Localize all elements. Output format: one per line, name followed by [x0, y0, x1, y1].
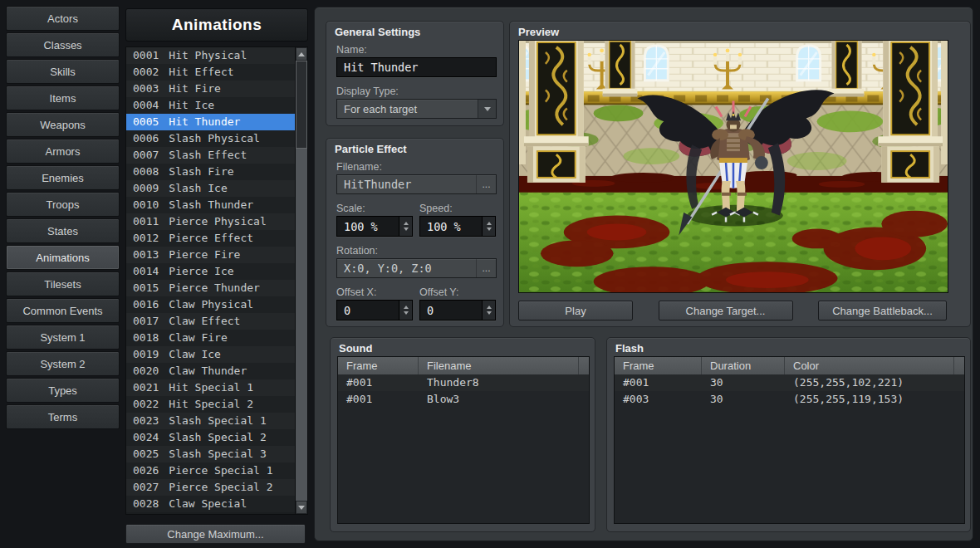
- animation-list-item[interactable]: 0008Slash Fire: [126, 164, 295, 180]
- sidebar-item-tilesets[interactable]: Tilesets: [6, 272, 120, 296]
- animation-id: 0015: [133, 281, 159, 294]
- filename-field[interactable]: HitThunder ...: [336, 174, 497, 194]
- animation-editor-panel: General Settings Name: Hit Thunder Displ…: [314, 7, 973, 541]
- animation-name: Claw Fire: [169, 331, 227, 344]
- animation-list-item[interactable]: 0012Pierce Effect: [126, 230, 295, 247]
- animation-id: 0025: [133, 448, 159, 460]
- animation-list-item[interactable]: 0028Claw Special: [126, 496, 295, 512]
- animation-list-item[interactable]: 0010Slash Thunder: [126, 197, 295, 213]
- animation-name: Hit Ice: [169, 99, 214, 111]
- scale-value: 100 %: [344, 220, 378, 233]
- animation-list-item[interactable]: 0007Slash Effect: [126, 147, 295, 164]
- animation-list-item[interactable]: 0009Slash Ice: [126, 180, 295, 197]
- table-row[interactable]: #001Thunder8: [338, 374, 589, 391]
- sidebar-item-enemies[interactable]: Enemies: [6, 165, 120, 190]
- animation-list-item[interactable]: 0018Claw Fire: [126, 330, 295, 346]
- sidebar-item-common-events[interactable]: Common Events: [6, 298, 120, 323]
- change-target-button[interactable]: Change Target...: [659, 301, 793, 320]
- animation-id: 0020: [133, 365, 159, 377]
- name-input[interactable]: Hit Thunder: [336, 57, 497, 77]
- sidebar-item-skills[interactable]: Skills: [6, 59, 120, 84]
- animation-name: Pierce Effect: [169, 232, 253, 244]
- animation-list-item[interactable]: 0021Hit Special 1: [126, 379, 295, 396]
- scrollbar-track[interactable]: [296, 61, 307, 501]
- sidebar-item-armors[interactable]: Armors: [6, 139, 120, 164]
- display-type-select[interactable]: For each target: [336, 99, 497, 119]
- animation-list-item[interactable]: 0022Hit Special 2: [126, 396, 295, 413]
- animation-list-item[interactable]: 0019Claw Ice: [126, 346, 295, 363]
- scroll-up-button[interactable]: [296, 47, 307, 61]
- sound-table-body: #001Thunder8#001Blow3: [338, 374, 589, 408]
- column-header-frame[interactable]: Frame: [615, 357, 702, 374]
- sidebar-item-terms[interactable]: Terms: [6, 404, 120, 429]
- triangle-up-icon: [298, 52, 305, 56]
- scrollbar-thumb[interactable]: [296, 61, 307, 149]
- speed-spinner[interactable]: 100 %: [419, 216, 496, 237]
- offset-x-spinner[interactable]: 0: [336, 300, 413, 320]
- animation-list-item[interactable]: 0023Slash Special 1: [126, 413, 295, 429]
- rotation-browse-button[interactable]: ...: [476, 259, 496, 277]
- column-header-duration[interactable]: Duration: [702, 357, 785, 374]
- filename-browse-button[interactable]: ...: [476, 175, 496, 193]
- animation-list-item[interactable]: 0002Hit Effect: [126, 64, 295, 81]
- animation-list-item[interactable]: 0020Claw Thunder: [126, 363, 295, 379]
- column-header-color[interactable]: Color: [785, 357, 954, 374]
- scroll-down-button[interactable]: [296, 501, 307, 514]
- sidebar-item-classes[interactable]: Classes: [6, 32, 120, 57]
- animation-id: 0021: [133, 381, 159, 394]
- sidebar-item-types[interactable]: Types: [6, 378, 120, 403]
- animation-list-item[interactable]: 0016Claw Physical: [126, 296, 295, 313]
- animation-list-item[interactable]: 0005Hit Thunder: [126, 114, 295, 130]
- animation-list-item[interactable]: 0015Pierce Thunder: [126, 280, 295, 296]
- spinner-arrows[interactable]: [482, 301, 495, 320]
- dropdown-arrow-button[interactable]: [478, 100, 496, 118]
- animation-list-item[interactable]: 0024Slash Special 2: [126, 429, 295, 446]
- sidebar-item-system-2[interactable]: System 2: [6, 351, 120, 376]
- spinner-arrows[interactable]: [399, 217, 412, 236]
- sidebar-item-animations[interactable]: Animations: [6, 245, 120, 270]
- animation-list-item[interactable]: 0026Pierce Special 1: [126, 462, 295, 479]
- animation-list-item[interactable]: 0013Pierce Fire: [126, 247, 295, 263]
- column-header-filename[interactable]: Filename: [419, 357, 579, 374]
- animation-list-item[interactable]: 0003Hit Fire: [126, 81, 295, 97]
- sidebar-item-actors[interactable]: Actors: [6, 6, 120, 31]
- animation-id: 0026: [133, 464, 159, 477]
- sidebar-item-system-1[interactable]: System 1: [6, 325, 120, 350]
- change-battleback-button[interactable]: Change Battleback...: [818, 301, 947, 320]
- animation-list-item[interactable]: 0001Hit Physical: [126, 47, 295, 64]
- rotation-field[interactable]: X:0, Y:0, Z:0 ...: [336, 258, 497, 278]
- animation-list-item[interactable]: 0014Pierce Ice: [126, 263, 295, 280]
- column-header-frame[interactable]: Frame: [338, 357, 419, 374]
- animation-name: Slash Physical: [169, 132, 260, 144]
- animation-id: 0024: [133, 431, 159, 443]
- animation-list-item[interactable]: 0017Claw Effect: [126, 313, 295, 330]
- flash-table-body: #00130(255,255,102,221)#00330(255,255,11…: [615, 374, 964, 408]
- animation-list-item[interactable]: 0006Slash Physical: [126, 130, 295, 147]
- animation-id: 0012: [133, 232, 159, 244]
- animation-id: 0018: [133, 331, 159, 344]
- animation-id: 0019: [133, 348, 159, 360]
- table-row[interactable]: #00330(255,255,119,153): [615, 391, 964, 408]
- animation-list-item[interactable]: 0025Slash Special 3: [126, 446, 295, 462]
- change-maximum-button[interactable]: Change Maximum...: [125, 524, 306, 544]
- play-button[interactable]: Play: [518, 301, 633, 320]
- table-row[interactable]: #00130(255,255,102,221): [615, 374, 964, 391]
- animation-list-item[interactable]: 0027Pierce Special 2: [126, 479, 295, 496]
- sidebar-item-weapons[interactable]: Weapons: [6, 112, 120, 137]
- list-scrollbar[interactable]: [295, 47, 307, 514]
- offset-y-spinner[interactable]: 0: [419, 300, 496, 320]
- table-cell: #001: [338, 374, 419, 391]
- sidebar-item-items[interactable]: Items: [6, 86, 120, 110]
- animation-list-item[interactable]: 0004Hit Ice: [126, 97, 295, 114]
- sidebar-item-troops[interactable]: Troops: [6, 192, 120, 217]
- table-row[interactable]: #001Blow3: [338, 391, 589, 408]
- spinner-arrows[interactable]: [482, 217, 495, 236]
- rotation-label: Rotation:: [336, 245, 378, 257]
- animation-name: Slash Ice: [169, 182, 227, 194]
- table-cell: #003: [615, 391, 702, 408]
- scale-spinner[interactable]: 100 %: [336, 216, 413, 237]
- sidebar-item-states[interactable]: States: [6, 218, 120, 243]
- animation-list-item[interactable]: 0011Pierce Physical: [126, 213, 295, 230]
- spinner-arrows[interactable]: [399, 301, 412, 320]
- animations-list-title: Animations: [125, 8, 308, 42]
